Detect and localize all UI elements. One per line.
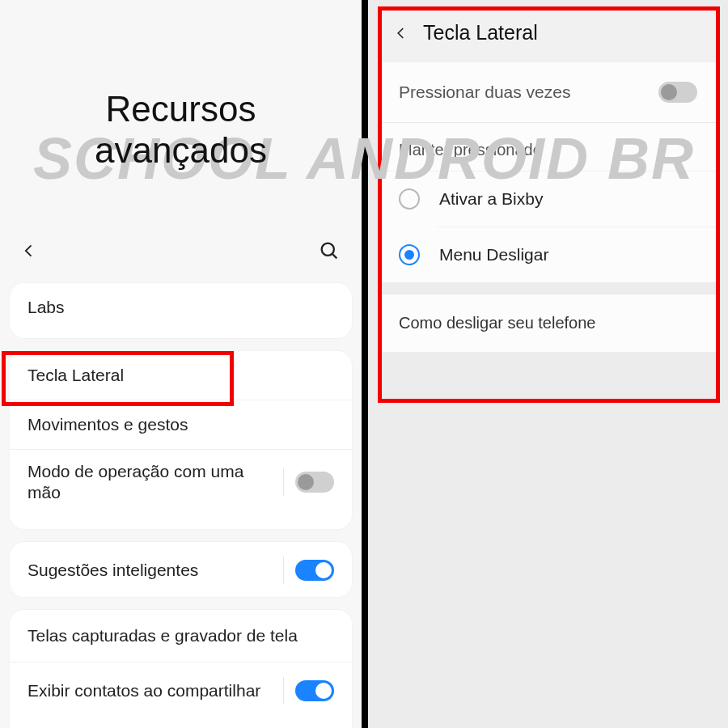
page-title-line1: Recursos: [0, 89, 362, 130]
row-telas[interactable]: Telas capturadas e gravador de tela: [10, 610, 352, 662]
card-group-4: Telas capturadas e gravador de tela Exib…: [10, 610, 352, 728]
toggle-sugestoes[interactable]: [295, 560, 334, 581]
page-title-line2: avançados: [0, 130, 362, 171]
row-sugestoes[interactable]: Sugestões inteligentes: [10, 542, 352, 599]
panel-divider: [362, 0, 368, 728]
row-tecla-lateral-label: Tecla Lateral: [28, 366, 124, 385]
card-sugestoes: Sugestões inteligentes: [10, 542, 352, 597]
row-footer-link-label: Como desligar seu telefone: [399, 314, 595, 332]
back-icon[interactable]: [394, 26, 408, 40]
row-tecla-lateral[interactable]: Tecla Lateral: [10, 351, 352, 400]
row-movimentos[interactable]: Movimentos e gestos: [10, 400, 352, 450]
option-desligar-label: Menu Desligar: [439, 245, 548, 265]
radio-bixby[interactable]: [399, 188, 420, 210]
svg-point-0: [322, 243, 334, 256]
left-panel: Recursos avançados Labs Tecla Lateral Mo…: [0, 0, 362, 728]
row-sugestoes-label: Sugestões inteligentes: [28, 561, 198, 580]
toggle-separator: [283, 557, 284, 584]
left-toolbar: [0, 226, 362, 275]
toggle-exibir[interactable]: [295, 680, 334, 701]
row-movimentos-label: Movimentos e gestos: [28, 415, 188, 434]
row-double-press-label: Pressionar duas vezes: [399, 83, 570, 102]
row-exibir[interactable]: Exibir contatos ao compartilhar: [10, 662, 352, 728]
row-uma-mao[interactable]: Modo de operação com uma mão: [10, 450, 352, 515]
toggle-separator: [283, 468, 284, 496]
back-icon[interactable]: [21, 243, 37, 259]
radio-desligar[interactable]: [399, 244, 420, 265]
hold-section-label: Manter pressionado: [379, 123, 717, 171]
right-title: Tecla Lateral: [423, 21, 538, 44]
card-group-2: Tecla Lateral Movimentos e gestos Modo d…: [10, 351, 352, 529]
toggle-separator: [283, 677, 284, 705]
row-labs-label: Labs: [28, 298, 65, 317]
row-exibir-label: Exibir contatos ao compartilhar: [28, 681, 260, 700]
toggle-uma-mao[interactable]: [295, 472, 334, 493]
row-uma-mao-label: Modo de operação com uma mão: [28, 461, 270, 504]
section-gap: [379, 282, 717, 294]
page-title: Recursos avançados: [0, 89, 362, 171]
row-footer-link[interactable]: Como desligar seu telefone: [379, 294, 717, 352]
row-labs[interactable]: Labs: [10, 283, 352, 332]
option-desligar[interactable]: Menu Desligar: [379, 227, 717, 282]
toggle-double-press[interactable]: [658, 82, 697, 103]
right-panel: Tecla Lateral Pressionar duas vezes Mant…: [368, 0, 728, 728]
right-header: Tecla Lateral: [379, 8, 717, 62]
svg-line-1: [332, 254, 337, 259]
card-labs: Labs: [10, 283, 352, 338]
option-bixby-label: Ativar a Bixby: [439, 189, 543, 209]
hold-section: Manter pressionado Ativar a Bixby Menu D…: [379, 123, 717, 282]
option-bixby[interactable]: Ativar a Bixby: [379, 171, 717, 226]
search-icon[interactable]: [318, 239, 341, 262]
row-double-press[interactable]: Pressionar duas vezes: [379, 62, 717, 123]
row-telas-label: Telas capturadas e gravador de tela: [28, 626, 298, 645]
